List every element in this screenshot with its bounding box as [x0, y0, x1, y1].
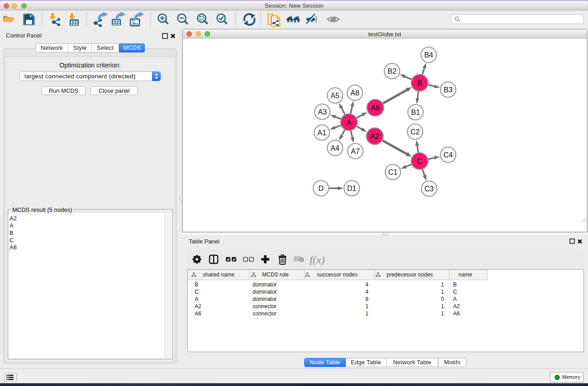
svg-text:B: B [417, 79, 422, 87]
svg-text:C4: C4 [444, 151, 453, 159]
svg-text:D1: D1 [347, 185, 357, 192]
svg-text:A8: A8 [350, 89, 359, 97]
svg-text:D: D [318, 185, 324, 192]
svg-text:A1: A1 [317, 129, 326, 137]
svg-text:A4: A4 [330, 144, 339, 152]
svg-text:B4: B4 [424, 51, 433, 59]
svg-text:C2: C2 [411, 128, 420, 136]
svg-text:A: A [347, 119, 352, 126]
svg-text:A5: A5 [330, 92, 339, 100]
svg-text:B2: B2 [387, 67, 397, 75]
svg-text:C: C [417, 157, 422, 165]
svg-text:B3: B3 [444, 86, 453, 94]
svg-text:A7: A7 [351, 148, 360, 155]
svg-text:A6: A6 [371, 104, 380, 112]
svg-text:C1: C1 [388, 168, 398, 176]
svg-text:B1: B1 [411, 109, 420, 116]
svg-text:f(x): f(x) [310, 254, 325, 266]
svg-text:C3: C3 [425, 185, 434, 193]
svg-text:A2: A2 [370, 133, 379, 140]
svg-text:A3: A3 [318, 108, 327, 116]
